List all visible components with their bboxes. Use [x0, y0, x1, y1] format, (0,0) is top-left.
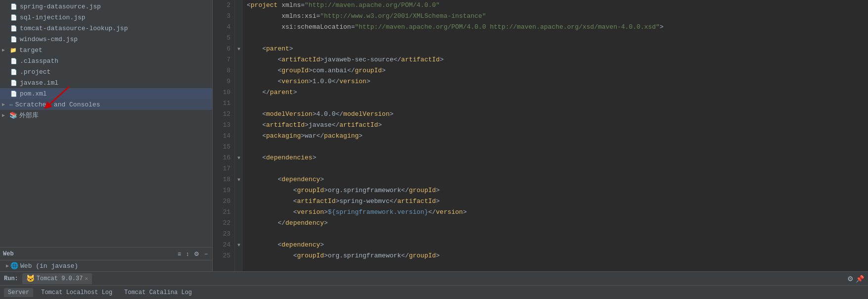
- minus-button[interactable]: −: [203, 250, 209, 258]
- editor: 2 3 4 5 6 7 8 9 10 11 12 13 14 15 16 17 …: [213, 0, 868, 271]
- file-name: windows-cmd.jsp: [20, 36, 78, 43]
- code-line-24: <dependency>: [247, 240, 864, 250]
- folder-name: target: [19, 47, 43, 54]
- bottom-right-area: ⚙ 📌: [847, 275, 864, 283]
- tree-item-web-in-javase[interactable]: ▶ 🌐 Web (in javase): [0, 260, 212, 271]
- file-icon: 📄: [10, 24, 18, 32]
- code-line-12: <modelVersion>4.0.0</modelVersion>: [247, 109, 864, 120]
- tomcat-icon: 🐱: [26, 274, 35, 283]
- file-name: .classpath: [20, 57, 58, 65]
- line-numbers: 2 3 4 5 6 7 8 9 10 11 12 13 14 15 16 17 …: [213, 0, 235, 271]
- code-line-15: [247, 142, 864, 152]
- code-line-10: </parent>: [247, 87, 864, 98]
- code-line-21: <version>${springframework.version}</ver…: [247, 207, 864, 218]
- code-line-18: <dependency>: [247, 174, 864, 185]
- close-tab-button[interactable]: ✕: [85, 275, 88, 282]
- code-line-25: <groupId>org.springframework</groupId>: [247, 250, 864, 261]
- code-line-2: <project xmlns="http://maven.apache.org/…: [247, 0, 864, 11]
- bottom-bar: Run: 🐱 Tomcat 9.0.37 ✕ ⚙ 📌: [0, 271, 868, 285]
- tree-item-target[interactable]: ▶ 📁 target: [0, 45, 212, 55]
- code-line-17: [247, 163, 864, 174]
- tomcat-catalina-log-tab[interactable]: Tomcat Catalina Log: [120, 288, 196, 297]
- code-line-4: xsi:schemaLocation="http://maven.apache.…: [247, 22, 864, 33]
- file-icon: 📄: [10, 57, 18, 65]
- bottom-settings-button[interactable]: ⚙: [847, 275, 854, 283]
- code-line-8: <groupId>com.anbai</groupId>: [247, 65, 864, 76]
- code-editor[interactable]: <project xmlns="http://maven.apache.org/…: [243, 0, 868, 271]
- web-icon: 🌐: [10, 262, 18, 270]
- expand-icon: ▶: [2, 101, 8, 107]
- code-line-11: [247, 98, 864, 109]
- file-icon: 📄: [10, 35, 18, 43]
- tree-item-tomcat-datasource[interactable]: 📄 tomcat-datasource-lookup.jsp: [0, 23, 212, 34]
- file-name: .project: [20, 68, 50, 76]
- code-line-9: <version>1.0.0</version>: [247, 76, 864, 87]
- tree-item-sql-injection[interactable]: 📄 sql-injection.jsp: [0, 12, 212, 23]
- sort-button[interactable]: ↕: [184, 250, 190, 258]
- tree-item-classpath[interactable]: 📄 .classpath: [0, 55, 212, 66]
- bottom-pin-button[interactable]: 📌: [856, 275, 864, 283]
- code-line-13: <artifactId>javase</artifactId>: [247, 120, 864, 131]
- folder-icon: 📁: [9, 46, 17, 54]
- ext-libs-label: 外部库: [19, 111, 39, 120]
- code-line-16: <dependencies>: [247, 152, 864, 163]
- file-name: javase.iml: [20, 79, 58, 87]
- tomcat-tab-label: Tomcat 9.0.37: [37, 275, 83, 282]
- file-icon: 📄: [10, 79, 18, 87]
- run-label: Run:: [4, 275, 18, 282]
- file-tree: 📄 spring-datasource.jsp 📄 sql-injection.…: [0, 0, 212, 247]
- expand-icon: ▶: [2, 112, 8, 118]
- code-line-22: </dependency>: [247, 218, 864, 229]
- scratches-icon: ✏️: [9, 100, 13, 108]
- code-area: 2 3 4 5 6 7 8 9 10 11 12 13 14 15 16 17 …: [213, 0, 868, 271]
- file-name: pom.xml: [20, 90, 47, 98]
- tree-item-ext-libs[interactable]: ▶ 📚 外部库: [0, 110, 212, 121]
- tree-item-javase-iml[interactable]: 📄 javase.iml: [0, 77, 212, 88]
- file-name: sql-injection.jsp: [20, 14, 86, 21]
- ext-libs-icon: 📚: [9, 111, 17, 119]
- file-name: tomcat-datasource-lookup.jsp: [20, 25, 128, 32]
- tree-item-spring-datasource[interactable]: 📄 spring-datasource.jsp: [0, 1, 212, 12]
- code-line-20: <artifactId>spring-webmvc</artifactId>: [247, 196, 864, 207]
- code-line-19: <groupId>org.springframework</groupId>: [247, 185, 864, 196]
- web-section: Web ≡ ↕ ⚙ − ▶ 🌐 Web (in javase): [0, 247, 212, 271]
- code-line-6: <parent>: [247, 44, 864, 54]
- code-line-23: [247, 229, 864, 240]
- tree-item-windows-cmd[interactable]: 📄 windows-cmd.jsp: [0, 34, 212, 45]
- code-line-5: [247, 33, 864, 44]
- code-line-7: <artifactId>javaweb-sec-source</artifact…: [247, 54, 864, 65]
- web-toolbar: ≡ ↕ ⚙ −: [176, 250, 209, 258]
- main-layout: 📄 spring-datasource.jsp 📄 sql-injection.…: [0, 0, 868, 271]
- code-line-14: <packaging>war</packaging>: [247, 131, 864, 142]
- tree-item-project[interactable]: 📄 .project: [0, 66, 212, 77]
- sidebar: 📄 spring-datasource.jsp 📄 sql-injection.…: [0, 0, 213, 271]
- file-name: spring-datasource.jsp: [20, 3, 101, 10]
- scratches-label: Scratches and Consoles: [15, 101, 100, 108]
- server-tab[interactable]: Server: [4, 288, 33, 297]
- web-item-label: Web (in javase): [20, 262, 78, 270]
- scratches-and-consoles[interactable]: ▶ ✏️ Scratches and Consoles: [0, 99, 212, 110]
- file-icon: 📄: [10, 13, 18, 21]
- fold-gutter: ▼ ▼ ▼ ▼: [235, 0, 243, 271]
- web-header: Web ≡ ↕ ⚙ −: [0, 248, 212, 260]
- tomcat-localhost-log-tab[interactable]: Tomcat Localhost Log: [37, 288, 116, 297]
- gear-button[interactable]: ⚙: [192, 250, 201, 258]
- tomcat-run-tab[interactable]: 🐱 Tomcat 9.0.37 ✕: [22, 273, 92, 284]
- web-section-title: Web: [3, 250, 176, 257]
- code-line-3: xmlns:xsi="http://www.w3.org/2001/XMLSch…: [247, 11, 864, 22]
- file-icon: 📄: [10, 2, 18, 10]
- log-tabs-bar: Server Tomcat Localhost Log Tomcat Catal…: [0, 285, 868, 299]
- file-icon: 📄: [10, 90, 18, 98]
- expand-icon: ▶: [2, 47, 8, 53]
- tree-item-pom-xml[interactable]: 📄 pom.xml: [0, 88, 212, 99]
- align-button[interactable]: ≡: [176, 250, 183, 258]
- expand-icon: ▶: [6, 263, 9, 269]
- file-icon: 📄: [10, 68, 18, 76]
